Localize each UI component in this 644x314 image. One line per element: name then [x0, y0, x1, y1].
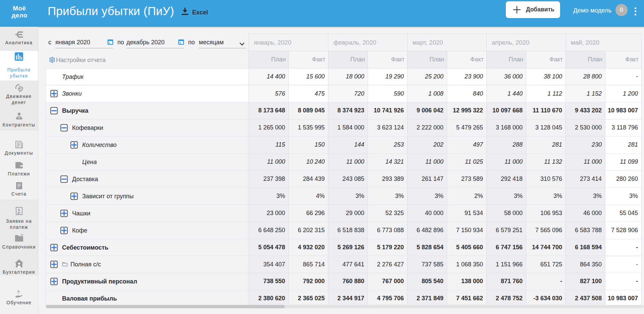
svg-text:₽: ₽ [17, 85, 21, 91]
svg-text:?: ? [17, 289, 20, 295]
svg-text:$: $ [18, 208, 20, 212]
